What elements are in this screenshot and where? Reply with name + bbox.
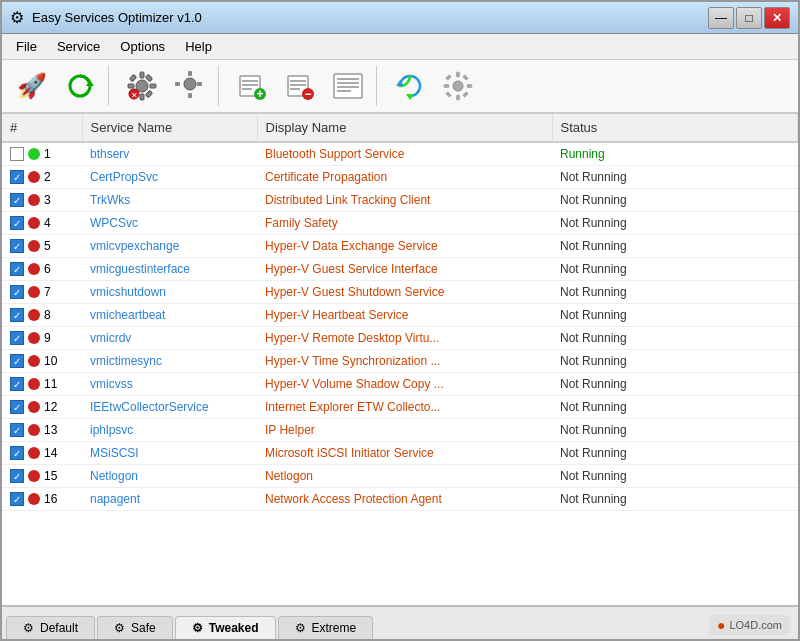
tab-extreme[interactable]: ⚙ Extreme	[278, 616, 374, 639]
cell-service-name[interactable]: Netlogon	[82, 465, 257, 488]
maximize-button[interactable]: □	[736, 7, 762, 29]
table-row[interactable]: 1bthservBluetooth Support ServiceRunning	[2, 142, 798, 166]
menu-options[interactable]: Options	[110, 36, 175, 57]
cell-service-name[interactable]: IEEtwCollectorService	[82, 396, 257, 419]
separator-1	[108, 66, 114, 106]
remove-service-button[interactable]: −	[278, 64, 322, 108]
sync-button[interactable]	[388, 64, 432, 108]
cell-service-name[interactable]: vmicshutdown	[82, 281, 257, 304]
service-checkbox[interactable]: ✓	[10, 423, 24, 437]
table-row[interactable]: ✓8vmicheartbeatHyper-V Heartbeat Service…	[2, 304, 798, 327]
table-row[interactable]: ✓16napagentNetwork Access Protection Age…	[2, 488, 798, 511]
svg-rect-39	[457, 95, 460, 100]
cell-service-name[interactable]: vmicheartbeat	[82, 304, 257, 327]
menu-help[interactable]: Help	[175, 36, 222, 57]
checkbox-cell: ✓5	[10, 239, 74, 253]
cell-service-name[interactable]: napagent	[82, 488, 257, 511]
status-dot	[28, 263, 40, 275]
table-row[interactable]: ✓12IEEtwCollectorServiceInternet Explore…	[2, 396, 798, 419]
service-checkbox[interactable]: ✓	[10, 492, 24, 506]
col-header-num[interactable]: #	[2, 114, 82, 142]
svg-rect-21	[242, 88, 252, 90]
cell-service-name[interactable]: MSiSCSI	[82, 442, 257, 465]
table-row[interactable]: ✓6vmicguestinterfaceHyper-V Guest Servic…	[2, 258, 798, 281]
table-row[interactable]: ✓11vmicvssHyper-V Volume Shadow Copy ...…	[2, 373, 798, 396]
table-row[interactable]: ✓3TrkWksDistributed Link Tracking Client…	[2, 189, 798, 212]
table-row[interactable]: ✓10vmictimesyncHyper-V Time Synchronizat…	[2, 350, 798, 373]
settings2-button[interactable]	[168, 64, 212, 108]
row-number: 16	[44, 492, 57, 506]
menu-file[interactable]: File	[6, 36, 47, 57]
settings1-button[interactable]: ✕	[120, 64, 164, 108]
cell-status: Not Running	[552, 258, 798, 281]
service-checkbox[interactable]: ✓	[10, 239, 24, 253]
add-service-button[interactable]: +	[230, 64, 274, 108]
separator-3	[376, 66, 382, 106]
lo4d-logo: ●	[717, 617, 725, 633]
table-row[interactable]: ✓2CertPropSvcCertificate PropagationNot …	[2, 166, 798, 189]
cell-service-name[interactable]: bthserv	[82, 142, 257, 166]
cell-service-name[interactable]: vmicvpexchange	[82, 235, 257, 258]
table-row[interactable]: ✓14MSiSCSIMicrosoft iSCSI Initiator Serv…	[2, 442, 798, 465]
checkbox-cell: ✓16	[10, 492, 74, 506]
cell-display-name: Hyper-V Guest Service Interface	[257, 258, 552, 281]
cell-display-name: Bluetooth Support Service	[257, 142, 552, 166]
cell-num: ✓11	[2, 373, 82, 396]
cell-service-name[interactable]: vmictimesync	[82, 350, 257, 373]
cell-service-name[interactable]: WPCSvc	[82, 212, 257, 235]
close-button[interactable]: ✕	[764, 7, 790, 29]
title-bar: ⚙ Easy Services Optimizer v1.0 — □ ✕	[2, 2, 798, 34]
table-row[interactable]: ✓13iphlpsvcIP HelperNot Running	[2, 419, 798, 442]
minimize-button[interactable]: —	[708, 7, 734, 29]
service-checkbox[interactable]: ✓	[10, 331, 24, 345]
cell-service-name[interactable]: vmicrdv	[82, 327, 257, 350]
title-buttons: — □ ✕	[708, 7, 790, 29]
status-dot	[28, 309, 40, 321]
col-header-status[interactable]: Status	[552, 114, 798, 142]
service-checkbox[interactable]: ✓	[10, 446, 24, 460]
cell-num: 1	[2, 142, 82, 166]
cell-service-name[interactable]: iphlpsvc	[82, 419, 257, 442]
rocket-button[interactable]: 🚀	[10, 64, 54, 108]
col-header-display[interactable]: Display Name	[257, 114, 552, 142]
services-table-container[interactable]: # Service Name Display Name Status 1bths…	[2, 114, 798, 605]
service-checkbox[interactable]: ✓	[10, 216, 24, 230]
service-checkbox[interactable]: ✓	[10, 354, 24, 368]
service-checkbox[interactable]: ✓	[10, 262, 24, 276]
cell-service-name[interactable]: CertPropSvc	[82, 166, 257, 189]
cell-service-name[interactable]: TrkWks	[82, 189, 257, 212]
cell-display-name: Family Safety	[257, 212, 552, 235]
cell-service-name[interactable]: vmicvss	[82, 373, 257, 396]
menu-service[interactable]: Service	[47, 36, 110, 57]
row-number: 13	[44, 423, 57, 437]
cell-service-name[interactable]: vmicguestinterface	[82, 258, 257, 281]
service-checkbox[interactable]: ✓	[10, 193, 24, 207]
service-checkbox[interactable]: ✓	[10, 469, 24, 483]
col-header-service[interactable]: Service Name	[82, 114, 257, 142]
service-checkbox[interactable]: ✓	[10, 285, 24, 299]
service-checkbox[interactable]: ✓	[10, 400, 24, 414]
table-row[interactable]: ✓15NetlogonNetlogonNot Running	[2, 465, 798, 488]
table-row[interactable]: ✓4WPCSvcFamily SafetyNot Running	[2, 212, 798, 235]
checkbox-cell: ✓4	[10, 216, 74, 230]
service-checkbox[interactable]	[10, 147, 24, 161]
table-row[interactable]: ✓9vmicrdvHyper-V Remote Desktop Virtu...…	[2, 327, 798, 350]
tab-safe[interactable]: ⚙ Safe	[97, 616, 173, 639]
service-checkbox[interactable]: ✓	[10, 377, 24, 391]
list-button[interactable]	[326, 64, 370, 108]
status-dot	[28, 378, 40, 390]
table-row[interactable]: ✓7vmicshutdownHyper-V Guest Shutdown Ser…	[2, 281, 798, 304]
tab-tweaked[interactable]: ⚙ Tweaked	[175, 616, 276, 639]
tab-default[interactable]: ⚙ Default	[6, 616, 95, 639]
cell-display-name: Hyper-V Volume Shadow Copy ...	[257, 373, 552, 396]
service-checkbox[interactable]: ✓	[10, 308, 24, 322]
gear-options-button[interactable]	[436, 64, 480, 108]
table-row[interactable]: ✓5vmicvpexchangeHyper-V Data Exchange Se…	[2, 235, 798, 258]
cell-num: ✓2	[2, 166, 82, 189]
row-number: 11	[44, 377, 57, 391]
row-number: 1	[44, 147, 51, 161]
service-checkbox[interactable]: ✓	[10, 170, 24, 184]
status-dot	[28, 493, 40, 505]
refresh-button[interactable]	[58, 64, 102, 108]
status-dot	[28, 148, 40, 160]
